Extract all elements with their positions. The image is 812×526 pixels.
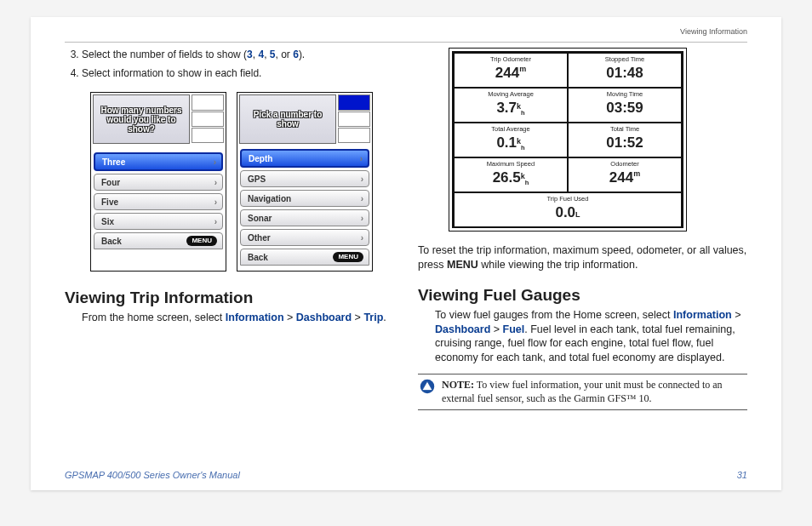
slot-1-selected: [338, 94, 370, 110]
manual-page: Viewing Information Select the number of…: [31, 17, 781, 490]
cell-total-time: Total Time01:52: [568, 123, 682, 157]
note-callout: NOTE: To view fuel information, your uni…: [418, 374, 747, 409]
chevron-right-icon: ›: [214, 157, 216, 169]
prompt-message: Pick a number to show: [239, 94, 336, 144]
step-3: Select the number of fields to show (3, …: [82, 48, 394, 61]
slot-1: [192, 94, 224, 110]
footer-manual-title: GPSMAP 400/500 Series Owner's Manual: [65, 470, 240, 480]
option-list: Three› Four› Five› Six› BackMENU: [91, 146, 226, 254]
page-footer: GPSMAP 400/500 Series Owner's Manual 31: [65, 470, 747, 480]
cell-trip-odometer: Trip Odometer244m: [454, 53, 568, 88]
option-navigation[interactable]: Navigation›: [240, 190, 369, 207]
step-4: Select information to show in each field…: [82, 66, 394, 80]
trip-info-intro: From the home screen, select Information…: [82, 311, 394, 325]
slot-3: [338, 128, 370, 143]
option-list: Depth› GPS› Navigation› Sonar› Other› Ba…: [237, 146, 372, 271]
chevron-right-icon: ›: [360, 153, 363, 165]
chevron-right-icon: ›: [214, 216, 217, 228]
slot-3: [192, 128, 224, 143]
menu-pill: MENU: [186, 236, 217, 246]
option-six[interactable]: Six›: [94, 213, 223, 230]
chevron-right-icon: ›: [361, 213, 363, 225]
chevron-right-icon: ›: [214, 197, 217, 209]
screen-pick-value: Pick a number to show Depth› GPS› Naviga…: [237, 92, 373, 272]
cell-max-speed: Maximum Speed26.5kh: [454, 157, 568, 192]
option-depth[interactable]: Depth›: [240, 149, 369, 168]
screen-fieldcount: How many numbers would you like to show?…: [90, 92, 226, 272]
chevron-right-icon: ›: [361, 193, 363, 205]
back-button[interactable]: BackMENU: [94, 232, 223, 249]
preview-slots: [338, 94, 370, 144]
left-column: Select the number of fields to show (3, …: [65, 48, 394, 410]
footer-page-number: 31: [737, 470, 747, 480]
option-sonar[interactable]: Sonar›: [240, 209, 369, 226]
option-three[interactable]: Three›: [94, 152, 223, 171]
option-gps[interactable]: GPS›: [240, 170, 369, 187]
menu-pill: MENU: [333, 252, 363, 262]
step-list: Select the number of fields to show (3, …: [70, 48, 394, 80]
chevron-right-icon: ›: [214, 177, 217, 189]
back-button[interactable]: BackMENU: [240, 249, 369, 266]
reset-text: To reset the trip information, maximum s…: [418, 243, 747, 272]
fuel-gauges-body: To view fuel gauges from the Home screen…: [435, 308, 747, 366]
chevron-right-icon: ›: [361, 174, 363, 186]
right-column: Trip Odometer244m Stopped Time01:48 Movi…: [418, 48, 747, 410]
page-header-rule: Viewing Information: [65, 29, 747, 43]
prompt-message: How many numbers would you like to show?: [93, 94, 190, 144]
cell-total-avg: Total Average0.1kh: [454, 123, 568, 157]
option-four[interactable]: Four›: [94, 174, 223, 191]
screenshot-pair: How many numbers would you like to show?…: [90, 92, 394, 272]
slot-2: [338, 111, 370, 127]
trip-info-screenshot: Trip Odometer244m Stopped Time01:48 Movi…: [449, 48, 687, 232]
cell-trip-fuel: Trip Fuel Used0.0L: [454, 192, 682, 227]
slot-2: [192, 111, 224, 127]
cell-moving-avg: Moving Average3.7kh: [454, 88, 568, 123]
cell-moving-time: Moving Time03:59: [568, 88, 682, 123]
cell-stopped-time: Stopped Time01:48: [568, 53, 682, 88]
note-text: NOTE: To view fuel information, your uni…: [442, 378, 746, 405]
chevron-right-icon: ›: [361, 232, 363, 244]
preview-slots: [192, 94, 224, 144]
cell-odometer: Odometer244m: [568, 157, 682, 192]
heading-fuel-gauges: Viewing Fuel Gauges: [418, 284, 747, 306]
option-five[interactable]: Five›: [94, 193, 223, 210]
note-triangle-icon: [420, 379, 435, 394]
option-other[interactable]: Other›: [240, 229, 369, 246]
heading-trip-info: Viewing Trip Information: [65, 287, 394, 309]
breadcrumb: Viewing Information: [680, 27, 747, 36]
